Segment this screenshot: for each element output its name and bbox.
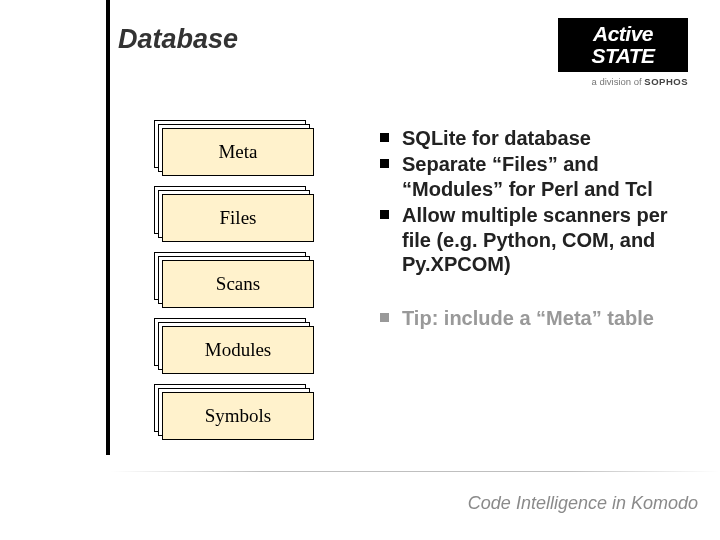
- bullet-item: Separate “Files” and “Modules” for Perl …: [380, 152, 690, 201]
- footer-text: Code Intelligence in Komodo: [468, 493, 698, 514]
- bullet-list: SQLite for database Separate “Files” and…: [380, 126, 690, 333]
- db-box-label: Files: [162, 194, 314, 242]
- db-table-stack: Meta Files Scans Modules Symbols: [162, 128, 314, 458]
- db-box: Meta: [162, 128, 314, 176]
- bullet-item: SQLite for database: [380, 126, 690, 150]
- db-box: Modules: [162, 326, 314, 374]
- db-box: Symbols: [162, 392, 314, 440]
- logo-sub: a division of SOPHOS: [558, 76, 688, 87]
- db-box-label: Symbols: [162, 392, 314, 440]
- bullet-item: Allow multiple scanners per file (e.g. P…: [380, 203, 690, 276]
- db-box: Scans: [162, 260, 314, 308]
- logo-main: Active STATE: [558, 18, 688, 72]
- logo-sub-prefix: a division of: [592, 76, 645, 87]
- slide-title: Database: [118, 24, 238, 55]
- logo-line2: STATE: [591, 44, 654, 67]
- left-rule: [106, 0, 110, 455]
- db-box-label: Modules: [162, 326, 314, 374]
- db-box-label: Scans: [162, 260, 314, 308]
- logo: Active STATE a division of SOPHOS: [558, 18, 688, 87]
- db-box-label: Meta: [162, 128, 314, 176]
- bullet-tip: Tip: include a “Meta” table: [380, 306, 690, 330]
- db-box: Files: [162, 194, 314, 242]
- bottom-rule: [110, 471, 720, 472]
- logo-sub-brand: SOPHOS: [644, 76, 688, 87]
- logo-line1: Active: [593, 22, 653, 45]
